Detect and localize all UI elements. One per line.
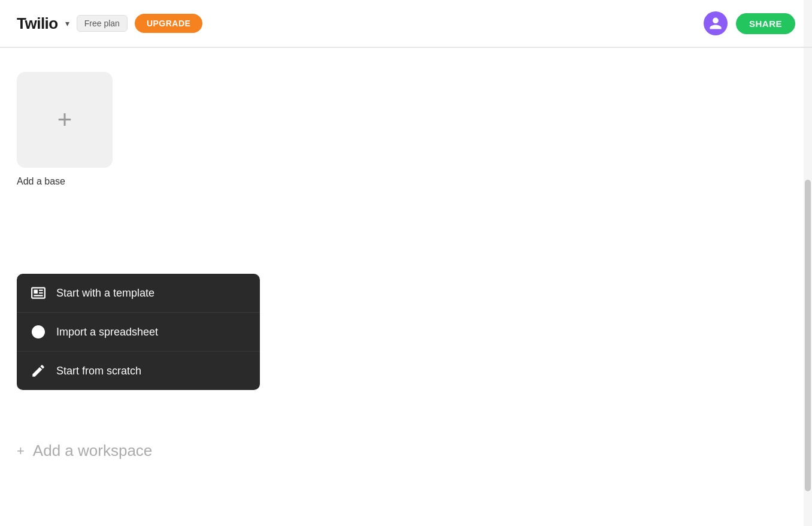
scratch-icon (30, 362, 47, 379)
header-right: SHARE (704, 11, 795, 35)
add-base-card[interactable]: + (17, 72, 113, 168)
header-left: Twilio ▾ Free plan UPGRADE (17, 14, 202, 33)
menu-item-template[interactable]: Start with a template (17, 274, 260, 313)
import-icon (30, 324, 47, 340)
app-title[interactable]: Twilio (17, 14, 58, 33)
menu-item-import[interactable]: Import a spreadsheet (17, 313, 260, 352)
plan-badge: Free plan (77, 15, 128, 32)
add-base-plus-icon: + (57, 107, 72, 132)
menu-item-import-label: Import a spreadsheet (56, 326, 158, 338)
menu-item-scratch-label: Start from scratch (56, 365, 141, 377)
add-base-label: Add a base (17, 176, 795, 187)
main-content: + Add a base (0, 48, 812, 225)
avatar[interactable] (704, 11, 728, 35)
upgrade-button[interactable]: UPGRADE (135, 14, 203, 33)
menu-item-template-label: Start with a template (56, 287, 154, 300)
header: Twilio ▾ Free plan UPGRADE SHARE (0, 0, 812, 48)
menu-item-scratch[interactable]: Start from scratch (17, 352, 260, 390)
add-workspace-plus-icon: + (17, 443, 25, 459)
add-workspace[interactable]: + Add a workspace (17, 442, 152, 460)
template-icon (30, 285, 47, 301)
dropdown-arrow-icon[interactable]: ▾ (65, 19, 69, 28)
dropdown-menu: Start with a template Import a spreadshe… (17, 274, 260, 390)
scrollbar-thumb[interactable] (805, 180, 811, 491)
add-workspace-label: Add a workspace (33, 442, 152, 460)
share-button[interactable]: SHARE (736, 13, 795, 34)
